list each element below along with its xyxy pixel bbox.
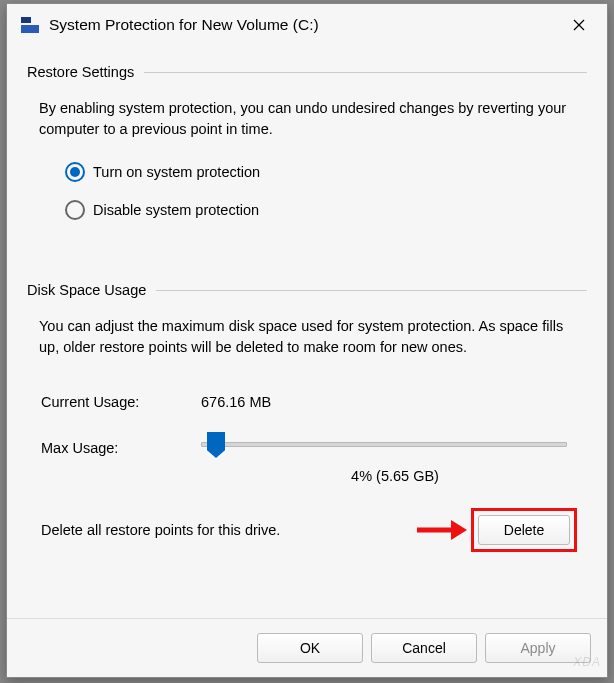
dialog-content: Restore Settings By enabling system prot… — [7, 46, 607, 618]
restore-description: By enabling system protection, you can u… — [39, 98, 575, 140]
divider — [156, 290, 587, 291]
divider — [144, 72, 587, 73]
cancel-button[interactable]: Cancel — [371, 633, 477, 663]
slider-readout: 4% (5.65 GB) — [203, 468, 587, 484]
disk-section-title: Disk Space Usage — [27, 282, 146, 298]
delete-row: Delete all restore points for this drive… — [41, 508, 577, 552]
disk-description: You can adjust the maximum disk space us… — [39, 316, 575, 358]
current-usage-value: 676.16 MB — [201, 394, 271, 410]
dialog-footer: OK Cancel Apply — [7, 618, 607, 677]
restore-section-title: Restore Settings — [27, 64, 134, 80]
ok-button[interactable]: OK — [257, 633, 363, 663]
restore-section-header: Restore Settings — [27, 64, 587, 80]
radio-disable[interactable]: Disable system protection — [65, 200, 587, 220]
current-usage-row: Current Usage: 676.16 MB — [41, 394, 575, 410]
radio-label-disable: Disable system protection — [93, 202, 259, 218]
apply-button[interactable]: Apply — [485, 633, 591, 663]
delete-button[interactable]: Delete — [478, 515, 570, 545]
slider-thumb[interactable] — [207, 432, 225, 458]
current-usage-label: Current Usage: — [41, 394, 201, 410]
radio-label-turn-on: Turn on system protection — [93, 164, 260, 180]
max-usage-slider[interactable] — [201, 434, 575, 456]
radio-turn-on[interactable]: Turn on system protection — [65, 162, 587, 182]
system-protection-dialog: System Protection for New Volume (C:) Re… — [6, 3, 608, 678]
delete-description: Delete all restore points for this drive… — [41, 522, 471, 538]
close-button[interactable] — [555, 4, 603, 46]
max-usage-row: Max Usage: — [41, 440, 575, 456]
titlebar: System Protection for New Volume (C:) — [7, 4, 607, 46]
window-title: System Protection for New Volume (C:) — [49, 16, 555, 34]
radio-icon — [65, 200, 85, 220]
close-icon — [573, 19, 585, 31]
disk-section-header: Disk Space Usage — [27, 282, 587, 298]
slider-track — [201, 442, 567, 447]
app-icon — [21, 17, 39, 33]
max-usage-label: Max Usage: — [41, 440, 201, 456]
protection-radio-group: Turn on system protection Disable system… — [65, 162, 587, 238]
radio-icon — [65, 162, 85, 182]
delete-highlight-box: Delete — [471, 508, 577, 552]
